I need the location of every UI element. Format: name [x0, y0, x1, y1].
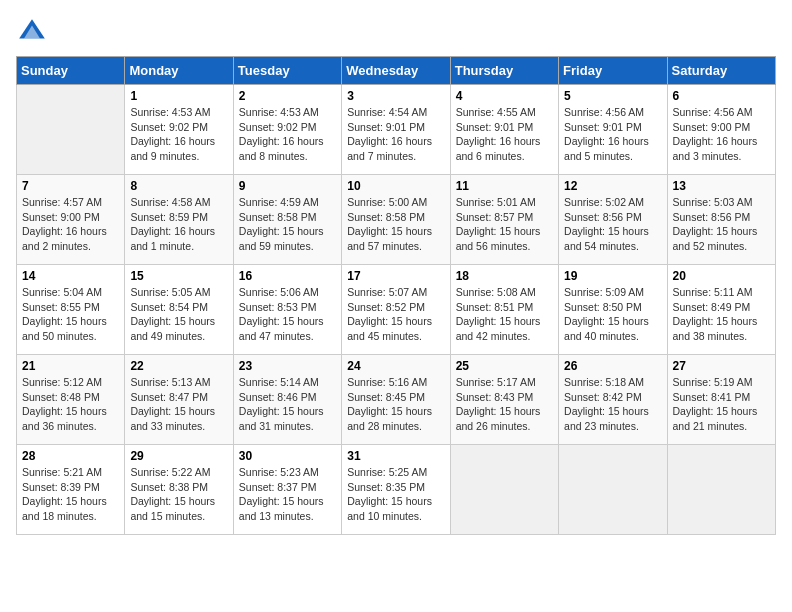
- calendar-cell: 2Sunrise: 4:53 AMSunset: 9:02 PMDaylight…: [233, 85, 341, 175]
- day-number: 11: [456, 179, 553, 193]
- sunset-text: Sunset: 9:02 PM: [130, 121, 208, 133]
- daylight-text: Daylight: 16 hours and 8 minutes.: [239, 135, 324, 162]
- daylight-text: Daylight: 15 hours and 57 minutes.: [347, 225, 432, 252]
- calendar-cell: [667, 445, 775, 535]
- day-header-friday: Friday: [559, 57, 667, 85]
- daylight-text: Daylight: 15 hours and 54 minutes.: [564, 225, 649, 252]
- day-number: 2: [239, 89, 336, 103]
- day-number: 24: [347, 359, 444, 373]
- day-number: 4: [456, 89, 553, 103]
- day-number: 22: [130, 359, 227, 373]
- day-number: 3: [347, 89, 444, 103]
- daylight-text: Daylight: 16 hours and 3 minutes.: [673, 135, 758, 162]
- sunset-text: Sunset: 8:42 PM: [564, 391, 642, 403]
- calendar-cell: 4Sunrise: 4:55 AMSunset: 9:01 PMDaylight…: [450, 85, 558, 175]
- daylight-text: Daylight: 15 hours and 33 minutes.: [130, 405, 215, 432]
- daylight-text: Daylight: 15 hours and 18 minutes.: [22, 495, 107, 522]
- day-number: 27: [673, 359, 770, 373]
- sunrise-text: Sunrise: 5:18 AM: [564, 376, 644, 388]
- sunrise-text: Sunrise: 4:55 AM: [456, 106, 536, 118]
- daylight-text: Daylight: 15 hours and 40 minutes.: [564, 315, 649, 342]
- calendar-week-5: 28Sunrise: 5:21 AMSunset: 8:39 PMDayligh…: [17, 445, 776, 535]
- calendar-cell: 23Sunrise: 5:14 AMSunset: 8:46 PMDayligh…: [233, 355, 341, 445]
- sunrise-text: Sunrise: 5:06 AM: [239, 286, 319, 298]
- daylight-text: Daylight: 16 hours and 9 minutes.: [130, 135, 215, 162]
- sunrise-text: Sunrise: 5:23 AM: [239, 466, 319, 478]
- calendar-cell: 14Sunrise: 5:04 AMSunset: 8:55 PMDayligh…: [17, 265, 125, 355]
- daylight-text: Daylight: 16 hours and 1 minute.: [130, 225, 215, 252]
- day-number: 19: [564, 269, 661, 283]
- calendar-week-3: 14Sunrise: 5:04 AMSunset: 8:55 PMDayligh…: [17, 265, 776, 355]
- day-number: 13: [673, 179, 770, 193]
- calendar-cell: [450, 445, 558, 535]
- sunrise-text: Sunrise: 5:13 AM: [130, 376, 210, 388]
- day-number: 7: [22, 179, 119, 193]
- daylight-text: Daylight: 15 hours and 10 minutes.: [347, 495, 432, 522]
- sunrise-text: Sunrise: 5:19 AM: [673, 376, 753, 388]
- calendar-cell: 18Sunrise: 5:08 AMSunset: 8:51 PMDayligh…: [450, 265, 558, 355]
- day-header-sunday: Sunday: [17, 57, 125, 85]
- day-number: 25: [456, 359, 553, 373]
- logo: [16, 16, 52, 48]
- sunset-text: Sunset: 9:00 PM: [22, 211, 100, 223]
- calendar-cell: 13Sunrise: 5:03 AMSunset: 8:56 PMDayligh…: [667, 175, 775, 265]
- daylight-text: Daylight: 15 hours and 31 minutes.: [239, 405, 324, 432]
- daylight-text: Daylight: 15 hours and 56 minutes.: [456, 225, 541, 252]
- sunset-text: Sunset: 9:01 PM: [347, 121, 425, 133]
- sunrise-text: Sunrise: 5:04 AM: [22, 286, 102, 298]
- sunrise-text: Sunrise: 5:02 AM: [564, 196, 644, 208]
- sunset-text: Sunset: 8:38 PM: [130, 481, 208, 493]
- sunset-text: Sunset: 8:52 PM: [347, 301, 425, 313]
- calendar-cell: 3Sunrise: 4:54 AMSunset: 9:01 PMDaylight…: [342, 85, 450, 175]
- daylight-text: Daylight: 15 hours and 59 minutes.: [239, 225, 324, 252]
- daylight-text: Daylight: 16 hours and 7 minutes.: [347, 135, 432, 162]
- sunset-text: Sunset: 8:35 PM: [347, 481, 425, 493]
- sunrise-text: Sunrise: 5:16 AM: [347, 376, 427, 388]
- sunset-text: Sunset: 8:58 PM: [347, 211, 425, 223]
- daylight-text: Daylight: 15 hours and 36 minutes.: [22, 405, 107, 432]
- sunset-text: Sunset: 9:00 PM: [673, 121, 751, 133]
- calendar-cell: 24Sunrise: 5:16 AMSunset: 8:45 PMDayligh…: [342, 355, 450, 445]
- sunrise-text: Sunrise: 5:05 AM: [130, 286, 210, 298]
- sunset-text: Sunset: 8:56 PM: [673, 211, 751, 223]
- day-number: 8: [130, 179, 227, 193]
- calendar-cell: 7Sunrise: 4:57 AMSunset: 9:00 PMDaylight…: [17, 175, 125, 265]
- sunrise-text: Sunrise: 5:21 AM: [22, 466, 102, 478]
- sunrise-text: Sunrise: 5:22 AM: [130, 466, 210, 478]
- sunset-text: Sunset: 8:49 PM: [673, 301, 751, 313]
- sunrise-text: Sunrise: 5:08 AM: [456, 286, 536, 298]
- sunset-text: Sunset: 8:43 PM: [456, 391, 534, 403]
- sunset-text: Sunset: 8:47 PM: [130, 391, 208, 403]
- calendar-cell: 20Sunrise: 5:11 AMSunset: 8:49 PMDayligh…: [667, 265, 775, 355]
- sunset-text: Sunset: 8:58 PM: [239, 211, 317, 223]
- calendar-cell: 9Sunrise: 4:59 AMSunset: 8:58 PMDaylight…: [233, 175, 341, 265]
- day-number: 12: [564, 179, 661, 193]
- day-number: 30: [239, 449, 336, 463]
- sunset-text: Sunset: 8:59 PM: [130, 211, 208, 223]
- daylight-text: Daylight: 15 hours and 15 minutes.: [130, 495, 215, 522]
- sunset-text: Sunset: 8:39 PM: [22, 481, 100, 493]
- day-number: 15: [130, 269, 227, 283]
- calendar-cell: [559, 445, 667, 535]
- day-number: 9: [239, 179, 336, 193]
- day-number: 29: [130, 449, 227, 463]
- sunset-text: Sunset: 8:37 PM: [239, 481, 317, 493]
- sunset-text: Sunset: 8:50 PM: [564, 301, 642, 313]
- calendar-cell: 27Sunrise: 5:19 AMSunset: 8:41 PMDayligh…: [667, 355, 775, 445]
- day-number: 20: [673, 269, 770, 283]
- day-number: 1: [130, 89, 227, 103]
- daylight-text: Daylight: 15 hours and 13 minutes.: [239, 495, 324, 522]
- day-number: 14: [22, 269, 119, 283]
- sunrise-text: Sunrise: 5:09 AM: [564, 286, 644, 298]
- sunrise-text: Sunrise: 4:58 AM: [130, 196, 210, 208]
- sunrise-text: Sunrise: 5:14 AM: [239, 376, 319, 388]
- day-number: 26: [564, 359, 661, 373]
- calendar-cell: 5Sunrise: 4:56 AMSunset: 9:01 PMDaylight…: [559, 85, 667, 175]
- sunset-text: Sunset: 8:53 PM: [239, 301, 317, 313]
- sunset-text: Sunset: 8:41 PM: [673, 391, 751, 403]
- sunrise-text: Sunrise: 4:57 AM: [22, 196, 102, 208]
- calendar-cell: 28Sunrise: 5:21 AMSunset: 8:39 PMDayligh…: [17, 445, 125, 535]
- sunrise-text: Sunrise: 4:53 AM: [130, 106, 210, 118]
- calendar-cell: 8Sunrise: 4:58 AMSunset: 8:59 PMDaylight…: [125, 175, 233, 265]
- day-header-tuesday: Tuesday: [233, 57, 341, 85]
